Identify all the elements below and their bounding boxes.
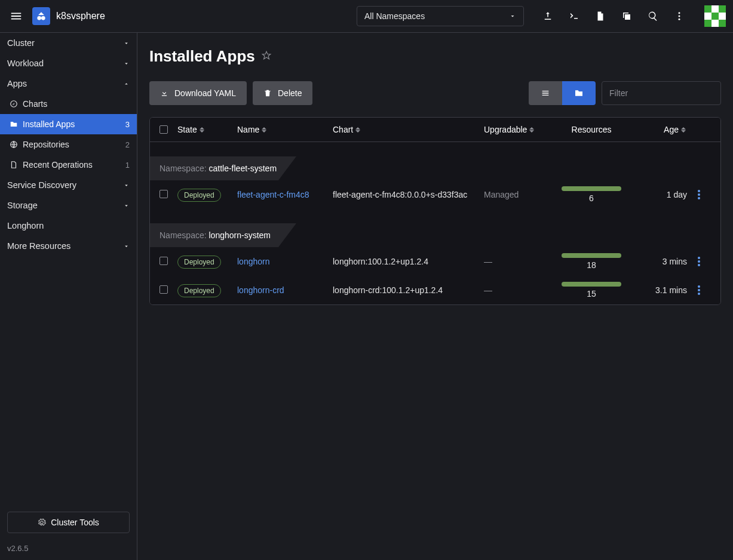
sidebar-nav: Cluster Workload Apps Charts I <box>0 33 137 504</box>
import-icon[interactable] <box>542 10 554 22</box>
svg-point-6 <box>698 193 700 196</box>
sidebar-item-apps[interactable]: Apps <box>0 73 137 94</box>
svg-point-2 <box>679 19 680 20</box>
svg-point-5 <box>698 190 700 192</box>
row-checkbox[interactable] <box>160 285 168 294</box>
sidebar-item-count: 3 <box>125 120 130 129</box>
cluster-tools-button[interactable]: Cluster Tools <box>7 512 130 533</box>
gear-icon <box>38 518 46 527</box>
state-badge: Deployed <box>177 284 221 297</box>
app-name-link[interactable]: longhorn <box>237 257 270 266</box>
select-all-checkbox[interactable] <box>160 125 168 134</box>
upgradable-value: — <box>484 285 556 295</box>
view-flat-button[interactable] <box>529 81 562 105</box>
compass-icon <box>10 100 18 108</box>
cluster-tools-label: Cluster Tools <box>51 518 99 527</box>
sidebar-item-installed-apps[interactable]: Installed Apps 3 <box>0 114 137 134</box>
view-toggle <box>529 81 596 105</box>
column-upgradable[interactable]: Upgradable <box>484 125 556 134</box>
svg-point-7 <box>698 197 700 199</box>
folder-icon <box>10 120 18 128</box>
menu-toggle-button[interactable] <box>7 7 25 25</box>
table-row: Deployed longhorn longhorn:100.1.2+up1.2… <box>150 247 720 276</box>
user-avatar[interactable] <box>704 5 726 27</box>
sort-icon <box>355 127 361 133</box>
sidebar-item-recent-operations[interactable]: Recent Operations 1 <box>0 155 137 175</box>
file-icon[interactable] <box>594 10 606 22</box>
age-value: 3.1 mins <box>627 285 687 295</box>
chevron-down-icon <box>123 60 130 67</box>
state-badge: Deployed <box>177 189 221 202</box>
shell-icon[interactable] <box>568 10 580 22</box>
sidebar-item-service-discovery[interactable]: Service Discovery <box>0 175 137 195</box>
main-content: Installed Apps Download YAML Delete <box>137 33 733 560</box>
resources-cell: 18 <box>556 253 627 270</box>
sidebar-item-more-resources[interactable]: More Resources <box>0 236 137 256</box>
sidebar-item-storage[interactable]: Storage <box>0 195 137 216</box>
sidebar-item-label: Charts <box>23 99 47 109</box>
sidebar-item-repositories[interactable]: Repositories 2 <box>0 134 137 155</box>
app-name-link[interactable]: fleet-agent-c-fm4c8 <box>237 190 309 199</box>
svg-point-12 <box>698 289 700 291</box>
sidebar-item-longhorn[interactable]: Longhorn <box>0 216 137 236</box>
filter-input[interactable] <box>602 81 721 105</box>
sidebar-item-count: 1 <box>125 161 130 170</box>
row-actions-menu[interactable] <box>687 285 711 295</box>
age-value: 3 mins <box>627 257 687 266</box>
brand-logo-icon <box>32 7 50 25</box>
namespace-group-header: Namespace: longhorn-system <box>150 223 720 247</box>
chevron-down-icon <box>123 182 130 189</box>
column-state[interactable]: State <box>177 125 237 134</box>
row-actions-menu[interactable] <box>687 190 711 199</box>
sidebar-item-count: 2 <box>125 140 130 149</box>
app-name-link[interactable]: longhorn-crd <box>237 285 284 295</box>
app-version: v2.6.5 <box>0 540 137 560</box>
download-icon <box>160 89 168 97</box>
sidebar-item-cluster[interactable]: Cluster <box>0 33 137 53</box>
list-icon <box>541 88 550 98</box>
copy-icon[interactable] <box>621 10 633 22</box>
folder-icon <box>574 88 584 98</box>
chevron-up-icon <box>123 81 130 87</box>
chevron-down-icon <box>123 40 130 47</box>
namespace-selector-value: All Namespaces <box>364 11 425 21</box>
sort-icon <box>529 127 535 133</box>
favorite-star-icon[interactable] <box>261 50 272 63</box>
age-value: 1 day <box>627 190 687 199</box>
table-row: Deployed longhorn-crd longhorn-crd:100.1… <box>150 276 720 304</box>
svg-point-13 <box>698 293 700 295</box>
delete-button[interactable]: Delete <box>253 81 312 105</box>
row-checkbox[interactable] <box>160 190 168 198</box>
download-yaml-label: Download YAML <box>174 88 236 98</box>
column-resources: Resources <box>556 125 627 134</box>
download-yaml-button[interactable]: Download YAML <box>149 81 247 105</box>
chart-value: longhorn-crd:100.1.2+up1.2.4 <box>333 285 484 295</box>
chart-value: fleet-agent-c-fm4c8:0.0.0+s-d33f3ac <box>333 190 484 199</box>
namespace-group-header: Namespace: cattle-fleet-system <box>150 156 720 180</box>
svg-point-8 <box>698 257 700 259</box>
sidebar-item-charts[interactable]: Charts <box>0 94 137 114</box>
namespace-selector[interactable]: All Namespaces <box>357 6 524 26</box>
doc-icon <box>10 161 18 169</box>
header-actions <box>542 5 726 27</box>
resources-cell: 15 <box>556 282 627 299</box>
column-name[interactable]: Name <box>237 125 333 134</box>
namespace-prefix: Namespace: <box>160 230 207 240</box>
namespace-name: cattle-fleet-system <box>208 164 277 173</box>
sort-icon <box>681 127 687 133</box>
column-age[interactable]: Age <box>627 125 687 134</box>
row-checkbox[interactable] <box>160 257 168 265</box>
search-icon[interactable] <box>647 10 659 22</box>
kebab-icon[interactable] <box>673 10 685 22</box>
sort-icon <box>200 127 206 133</box>
app-header: k8svsphere All Namespaces <box>0 0 733 33</box>
row-actions-menu[interactable] <box>687 257 711 266</box>
upgradable-value: Managed <box>484 190 556 199</box>
page-title: Installed Apps <box>149 47 255 66</box>
sidebar-item-workload[interactable]: Workload <box>0 53 137 73</box>
column-chart[interactable]: Chart <box>333 125 484 134</box>
resources-bar <box>562 253 621 258</box>
namespace-prefix: Namespace: <box>160 164 207 173</box>
brand[interactable]: k8svsphere <box>32 7 105 25</box>
view-grouped-button[interactable] <box>562 81 596 105</box>
